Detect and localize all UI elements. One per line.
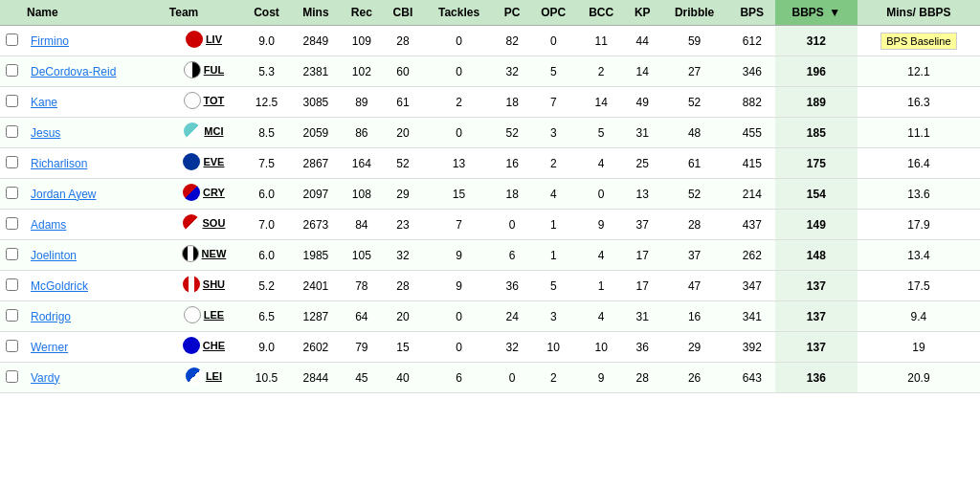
header-dribble[interactable]: Dribble [659,0,728,26]
player-bps: 346 [729,56,775,87]
row-checkbox[interactable] [6,95,18,107]
player-name-link[interactable]: Rodrigo [31,310,71,323]
player-mins: 2602 [291,332,341,363]
row-checkbox[interactable] [6,156,18,168]
player-tackles: 6 [423,363,495,393]
team-name-link[interactable]: CRY [203,187,225,198]
row-checkbox[interactable] [6,64,18,77]
player-team-cell: LEE [166,301,242,332]
player-bcc: 0 [577,179,625,210]
row-checkbox[interactable] [6,309,18,322]
row-checkbox-cell [0,87,23,118]
table-row: DeCordova-ReidFUL5.323811026003252142734… [0,56,980,87]
team-name-link[interactable]: LEI [206,370,222,382]
player-name-link[interactable]: Vardy [31,371,59,385]
header-tackles[interactable]: Tackles [423,0,495,26]
player-name-link[interactable]: Jordan Ayew [31,188,97,201]
player-name-link[interactable]: Richarlison [31,157,87,170]
player-cbi: 20 [383,118,423,148]
player-pc: 52 [495,118,529,148]
player-dribble: 48 [659,118,728,148]
player-name-cell: Kane [23,87,166,118]
team-name-link[interactable]: MCI [204,125,223,137]
header-cost[interactable]: Cost [242,0,291,26]
player-cbi: 20 [383,301,423,332]
player-mins: 3085 [291,87,341,118]
player-name-link[interactable]: Jesus [31,126,60,140]
player-mins_bbps: 16.3 [858,87,980,118]
header-opc[interactable]: OPC [529,0,577,26]
row-checkbox[interactable] [6,125,18,138]
player-dribble: 28 [659,210,728,240]
player-name-link[interactable]: McGoldrick [31,279,88,293]
team-name-link[interactable]: SHU [203,278,225,290]
row-checkbox-cell [0,332,23,363]
player-mins_bbps: 17.5 [858,271,980,301]
player-name-link[interactable]: Firmino [31,34,69,48]
player-name-link[interactable]: DeCordova-Reid [31,65,116,78]
team-name-link[interactable]: SOU [203,217,226,229]
player-name-link[interactable]: Adams [31,218,66,232]
header-pc[interactable]: PC [495,0,529,26]
player-bps: 341 [729,301,775,332]
header-bcc[interactable]: BCC [577,0,625,26]
player-bbps: 136 [775,363,858,393]
header-team[interactable]: Team [166,0,242,26]
player-team-cell: CHE [166,332,242,363]
player-bps: 612 [729,26,775,56]
row-checkbox[interactable] [6,187,18,199]
player-tackles: 13 [423,148,495,179]
team-name-link[interactable]: CHE [203,340,225,351]
player-dribble: 26 [659,363,728,393]
row-checkbox-cell [0,118,23,148]
player-kp: 31 [625,118,659,148]
player-bps: 415 [729,148,775,179]
row-checkbox[interactable] [6,340,18,352]
main-table-container: Name Team Cost Mins Rec CBI Tackles PC O… [0,0,980,393]
row-checkbox[interactable] [6,248,18,260]
team-name-link[interactable]: LIV [206,33,222,45]
player-pc: 32 [495,56,529,87]
header-mins-bbps[interactable]: Mins/ BBPS [858,0,980,26]
player-mins_bbps: 12.1 [858,56,980,87]
player-tackles: 15 [423,179,495,210]
team-circle-icon [184,306,201,323]
row-checkbox[interactable] [6,33,18,46]
player-bbps: 312 [775,26,858,56]
player-pc: 32 [495,332,529,363]
team-name-link[interactable]: TOT [204,95,225,106]
header-name[interactable]: Name [23,0,166,26]
player-name-cell: Richarlison [23,148,166,179]
header-cbi[interactable]: CBI [383,0,423,26]
player-name-link[interactable]: Joelinton [31,249,77,262]
player-team-cell: FUL [166,56,242,87]
player-name-link[interactable]: Werner [31,341,68,354]
player-rec: 84 [341,210,383,240]
team-name-link[interactable]: FUL [204,64,224,76]
row-checkbox-cell [0,148,23,179]
team-name-link[interactable]: EVE [203,156,224,167]
header-mins[interactable]: Mins [291,0,341,26]
player-name-cell: Firmino [23,26,166,56]
team-circle-icon [183,214,200,232]
player-cost: 7.0 [242,210,291,240]
row-checkbox[interactable] [6,278,18,291]
player-rec: 79 [341,332,383,363]
header-bps[interactable]: BPS [729,0,775,26]
player-rec: 109 [341,26,383,56]
row-checkbox[interactable] [6,217,18,230]
player-opc: 3 [529,301,577,332]
player-rec: 89 [341,87,383,118]
row-checkbox[interactable] [6,370,18,383]
player-name-link[interactable]: Kane [31,96,57,109]
header-kp[interactable]: KP [625,0,659,26]
player-cost: 5.2 [242,271,291,301]
player-dribble: 52 [659,87,728,118]
team-name-link[interactable]: LEE [204,309,224,321]
player-dribble: 37 [659,240,728,271]
header-rec[interactable]: Rec [341,0,383,26]
player-name-cell: Rodrigo [23,301,166,332]
bps-baseline-badge: BPS Baseline [880,33,956,50]
team-name-link[interactable]: NEW [202,248,227,259]
header-bbps[interactable]: BBPS ▼ [775,0,858,26]
